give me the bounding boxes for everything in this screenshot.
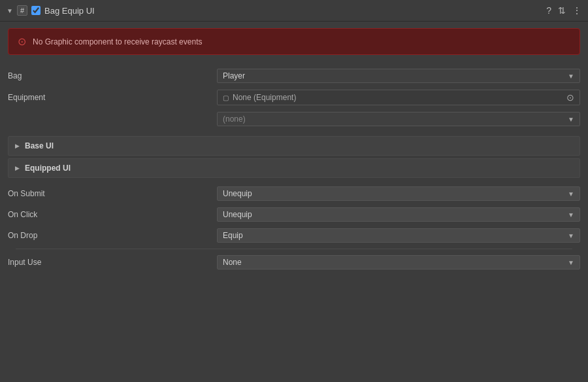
bag-control: Player ▼ xyxy=(217,69,580,83)
enabled-checkbox[interactable] xyxy=(31,6,41,15)
sliders-icon[interactable]: ⇅ xyxy=(558,5,566,16)
equipment-value: None (Equipment) xyxy=(233,93,563,102)
equipped-ui-arrow: ▶ xyxy=(15,165,20,171)
equipment-sub-dropdown[interactable]: (none) ▼ xyxy=(217,112,580,126)
on-submit-arrow: ▼ xyxy=(568,190,574,198)
on-drop-arrow: ▼ xyxy=(568,232,574,239)
base-ui-section: ▶ Base UI xyxy=(8,136,580,156)
panel-title: Bag Equip UI xyxy=(44,6,542,16)
base-ui-header[interactable]: ▶ Base UI xyxy=(8,137,580,155)
help-icon[interactable]: ? xyxy=(546,5,551,16)
error-banner: ⊙ No Graphic component to receive raycas… xyxy=(8,28,580,55)
menu-icon[interactable]: ⋮ xyxy=(572,5,581,16)
equipment-sub-control: (none) ▼ xyxy=(217,112,580,126)
equipment-target-icon[interactable]: ⊙ xyxy=(566,92,574,103)
on-click-label: On Click xyxy=(8,210,217,219)
collapse-arrow[interactable]: ▼ xyxy=(7,7,13,14)
on-drop-label: On Drop xyxy=(8,231,217,240)
equipped-ui-section: ▶ Equipped UI xyxy=(8,158,580,178)
equipment-file-icon: ▢ xyxy=(223,94,229,101)
main-panel: ▼ # Bag Equip UI ? ⇅ ⋮ ⊙ No Graphic comp… xyxy=(0,0,588,278)
error-message: No Graphic component to receive raycast … xyxy=(33,37,202,46)
equipment-object-field[interactable]: ▢ None (Equipment) ⊙ xyxy=(217,90,580,105)
on-click-dropdown[interactable]: Unequip ▼ xyxy=(217,207,580,222)
equipment-sub-row: (none) ▼ xyxy=(8,109,580,130)
on-click-value: Unequip xyxy=(223,210,564,219)
on-click-control: Unequip ▼ xyxy=(217,207,580,222)
bag-row: Bag Player ▼ xyxy=(8,65,580,86)
input-use-row: Input Use None ▼ xyxy=(8,252,580,273)
bag-label: Bag xyxy=(8,71,217,80)
bag-dropdown[interactable]: Player ▼ xyxy=(217,69,580,83)
on-submit-control: Unequip ▼ xyxy=(217,186,580,201)
divider xyxy=(16,249,572,249)
on-drop-dropdown[interactable]: Equip ▼ xyxy=(217,228,580,243)
actions-section: On Submit Unequip ▼ On Click Unequip ▼ O… xyxy=(0,181,588,278)
equipped-ui-header[interactable]: ▶ Equipped UI xyxy=(8,159,580,177)
input-use-dropdown[interactable]: None ▼ xyxy=(217,255,580,269)
error-icon: ⊙ xyxy=(18,35,26,48)
header-icons: ? ⇅ ⋮ xyxy=(546,5,581,16)
bag-value: Player xyxy=(223,71,564,80)
on-submit-dropdown[interactable]: Unequip ▼ xyxy=(217,186,580,201)
on-submit-value: Unequip xyxy=(223,189,564,198)
on-submit-label: On Submit xyxy=(8,189,217,198)
base-ui-title: Base UI xyxy=(25,141,54,150)
panel-header: ▼ # Bag Equip UI ? ⇅ ⋮ xyxy=(0,0,588,22)
on-click-arrow: ▼ xyxy=(568,211,574,218)
on-drop-control: Equip ▼ xyxy=(217,228,580,243)
equipment-control: ▢ None (Equipment) ⊙ xyxy=(217,90,580,105)
input-use-label: Input Use xyxy=(8,258,217,267)
equipment-sub-arrow: ▼ xyxy=(568,116,574,123)
bag-dropdown-arrow: ▼ xyxy=(568,73,574,80)
hash-badge: # xyxy=(17,5,27,16)
equipped-ui-title: Equipped UI xyxy=(25,164,71,173)
equipment-row: Equipment ▢ None (Equipment) ⊙ xyxy=(8,86,580,109)
base-ui-arrow: ▶ xyxy=(15,143,20,149)
input-use-control: None ▼ xyxy=(217,255,580,269)
input-use-value: None xyxy=(223,258,564,267)
on-submit-row: On Submit Unequip ▼ xyxy=(8,183,580,204)
on-drop-value: Equip xyxy=(223,231,564,240)
equipment-label: Equipment xyxy=(8,93,217,102)
form-section: Bag Player ▼ Equipment ▢ None (Equipment… xyxy=(0,61,588,133)
equipment-sub-value: (none) xyxy=(223,114,564,124)
on-click-row: On Click Unequip ▼ xyxy=(8,204,580,225)
input-use-arrow: ▼ xyxy=(568,259,574,266)
on-drop-row: On Drop Equip ▼ xyxy=(8,225,580,246)
